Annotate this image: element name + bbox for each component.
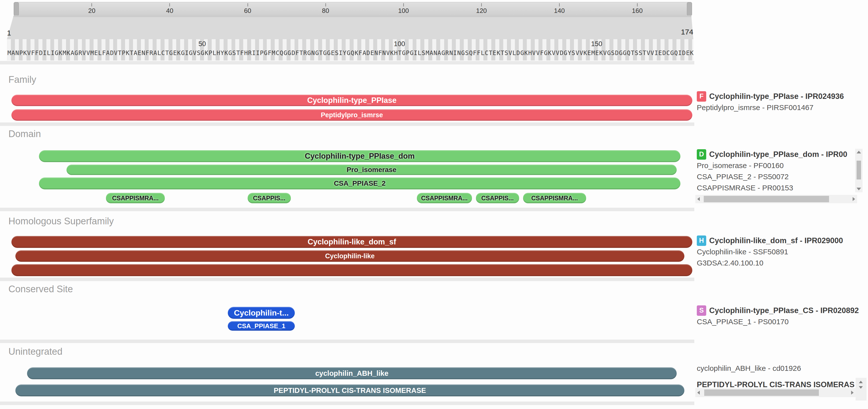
- unintegrated-panel-spinner[interactable]: [856, 378, 867, 401]
- sequence-track[interactable]: MANPKVFFDILIGKMKAGRVVMELFADVTPKTAENFRALC…: [7, 39, 693, 61]
- sequence-position-label: 150: [591, 40, 602, 48]
- panel-entry: CSAPPISMRASE - PR00153: [697, 182, 861, 193]
- domain-tracks: Cyclophilin-type_PPIase_domPro_isomerase…: [7, 150, 692, 206]
- section-separator: [0, 340, 694, 343]
- ruler-left-handle[interactable]: [14, 2, 19, 15]
- panel-entry-label: CSA_PPIASE_2 - PS50072: [697, 173, 788, 181]
- section-title-unintegrated: Unintegrated: [8, 346, 63, 357]
- panel-entry: CSA_PPIASE_2 - PS50072: [697, 171, 861, 182]
- spinner-up-icon[interactable]: [859, 381, 863, 383]
- feature-bar[interactable]: Cyclophilin-like_dom_sf: [11, 236, 692, 248]
- family-tracks: Cyclophilin-type_PPIasePeptidylpro_ismrs…: [7, 95, 692, 124]
- panel-entry: Cyclophilin-like - SSF50891: [697, 246, 861, 257]
- sequence-position-label: 100: [394, 40, 405, 48]
- section-separator: [0, 208, 694, 211]
- unintegrated-tracks: cyclophilin_ABH_likePEPTIDYL-PROLYL CIS-…: [7, 367, 692, 402]
- ruler-tick: 40: [166, 2, 174, 14]
- feature-bar[interactable]: CSAPPIS...: [248, 193, 291, 203]
- scroll-right-icon[interactable]: [852, 197, 855, 201]
- unintegrated-panel-horizontal-scrollbar[interactable]: [695, 388, 856, 397]
- scroll-down-icon[interactable]: [857, 188, 861, 191]
- ruler-tick: 80: [322, 2, 329, 14]
- entry-type-badge-icon: D: [697, 149, 706, 160]
- conserved-site-tracks: Cyclophilin-t...CSA_PPIASE_1: [7, 307, 692, 331]
- panel-entry: FCyclophilin-type_PPIase - IPR024936: [697, 91, 861, 102]
- panel-family-entries: FCyclophilin-type_PPIase - IPR024936Pept…: [697, 91, 861, 113]
- section-separator: [0, 402, 694, 405]
- feature-bar[interactable]: CSAPPISMRA...: [523, 193, 586, 203]
- panel-homologous-entries: HCyclophilin-like_dom_sf - IPR029000Cycl…: [697, 235, 861, 268]
- ruler-right-handle[interactable]: [687, 2, 692, 15]
- sequence-ruler[interactable]: 20406080100120140160: [14, 2, 692, 16]
- horizontal-scroll-thumb[interactable]: [704, 196, 829, 202]
- panel-entry-label: CSAPPISMRASE - PR00153: [697, 184, 793, 192]
- panel-entry: DCyclophilin-type_PPIase_dom - IPR00: [697, 149, 856, 160]
- feature-bar[interactable]: PEPTIDYL-PROLYL CIS-TRANS ISOMERASE: [16, 384, 685, 396]
- ruler-tick: 160: [632, 2, 643, 14]
- feature-bar[interactable]: CSA_PPIASE_1: [228, 321, 295, 331]
- ruler-tick: 100: [398, 2, 409, 14]
- entry-type-badge-icon: H: [697, 236, 706, 246]
- feature-bar[interactable]: Pro_isomerase: [66, 165, 677, 175]
- entry-type-badge-icon: S: [697, 305, 706, 316]
- feature-bar[interactable]: CSAPPIS...: [476, 193, 519, 203]
- feature-bar[interactable]: [11, 264, 692, 276]
- panel-entry-label: CSA_PPIASE_1 - PS00170: [697, 317, 788, 326]
- feature-bar[interactable]: Cyclophilin-type_PPIase_dom: [39, 150, 681, 162]
- feature-bar[interactable]: Cyclophilin-t...: [228, 307, 295, 319]
- panel-domain-entries: DCyclophilin-type_PPIase_dom - IPR00Pro_…: [697, 149, 861, 193]
- panel-entry-label: Cyclophilin-like_dom_sf - IPR029000: [709, 236, 843, 245]
- feature-bar[interactable]: cyclophilin_ABH_like: [27, 367, 676, 379]
- section-title-conserved-site: Conserved Site: [8, 284, 73, 295]
- panel-entry-label: Cyclophilin-type_PPIase - IPR024936: [709, 92, 844, 101]
- feature-bar[interactable]: CSA_PPIASE_2: [39, 177, 681, 190]
- section-title-homologous-superfamily: Homologous Superfamily: [8, 216, 114, 227]
- section-separator: [0, 61, 694, 64]
- feature-bar[interactable]: Peptidylpro_ismrse: [11, 109, 692, 121]
- ruler-tick: 120: [476, 2, 487, 14]
- panel-entry-label: Cyclophilin-like - SSF50891: [697, 248, 788, 256]
- entry-type-badge-icon: F: [697, 91, 706, 102]
- domain-panel-horizontal-scrollbar[interactable]: [695, 195, 857, 203]
- ruler-tick: 20: [88, 2, 96, 14]
- panel-entry: G3DSA:2.40.100.10: [697, 257, 861, 268]
- panel-entry-label: Cyclophilin-type_PPIase_CS - IPR020892: [709, 306, 859, 315]
- domain-panel-vertical-scrollbar[interactable]: [855, 149, 863, 192]
- vertical-scroll-thumb[interactable]: [857, 161, 861, 179]
- panel-entry-label: Peptidylpro_ismrse - PIRSF001467: [697, 103, 813, 112]
- spinner-down-icon[interactable]: [859, 386, 863, 389]
- scroll-left-icon[interactable]: [697, 197, 700, 201]
- section-title-domain: Domain: [8, 129, 41, 139]
- panel-entry-label: G3DSA:2.40.100.10: [697, 259, 764, 267]
- ruler-tick: 140: [554, 2, 564, 14]
- sequence-start-label: 1: [7, 29, 11, 37]
- ruler-tick: 60: [244, 2, 251, 14]
- sequence-position-label: 50: [198, 40, 206, 48]
- homologous-superfamily-tracks: Cyclophilin-like_dom_sfCyclophilin-like: [7, 236, 692, 279]
- panel-conserved-entries: SCyclophilin-type_PPIase_CS - IPR020892C…: [697, 305, 861, 327]
- panel-entry-label: cyclophilin_ABH_like - cd01926: [697, 364, 801, 373]
- panel-entry-label: Pro_isomerase - PF00160: [697, 161, 784, 170]
- panel-entry-label: Cyclophilin-type_PPIase_dom - IPR00: [709, 150, 847, 159]
- feature-bar[interactable]: CSAPPISMRA...: [106, 193, 165, 203]
- panel-entry: HCyclophilin-like_dom_sf - IPR029000: [697, 235, 861, 246]
- sequence-end-label: 174: [667, 28, 693, 36]
- scroll-left-icon[interactable]: [697, 391, 700, 395]
- panel-entry: SCyclophilin-type_PPIase_CS - IPR020892: [697, 305, 861, 316]
- panel-entry: cyclophilin_ABH_like - cd01926: [697, 363, 861, 374]
- panel-entry: Peptidylpro_ismrse - PIRSF001467: [697, 102, 861, 113]
- ruler-connector: [7, 15, 693, 39]
- interpro-protein-viewer: 20406080100120140160 MANPKVFFDILIGKMKAGR…: [0, 0, 868, 409]
- feature-bar[interactable]: Cyclophilin-like: [16, 250, 685, 262]
- panel-entry-label: PEPTIDYL-PROLYL CIS-TRANS ISOMERAS: [697, 380, 855, 389]
- feature-bar[interactable]: Cyclophilin-type_PPIase: [11, 95, 692, 106]
- section-title-family: Family: [8, 74, 36, 85]
- panel-entry: Pro_isomerase - PF00160: [697, 160, 861, 171]
- scroll-up-icon[interactable]: [857, 151, 861, 154]
- feature-bar[interactable]: CSAPPISMRA...: [417, 193, 472, 203]
- horizontal-scroll-thumb[interactable]: [704, 389, 819, 396]
- scroll-right-icon[interactable]: [851, 391, 854, 395]
- panel-entry: CSA_PPIASE_1 - PS00170: [697, 316, 861, 327]
- sequence-residues: MANPKVFFDILIGKMKAGRVVMELFADVTPKTAENFRALC…: [7, 49, 694, 57]
